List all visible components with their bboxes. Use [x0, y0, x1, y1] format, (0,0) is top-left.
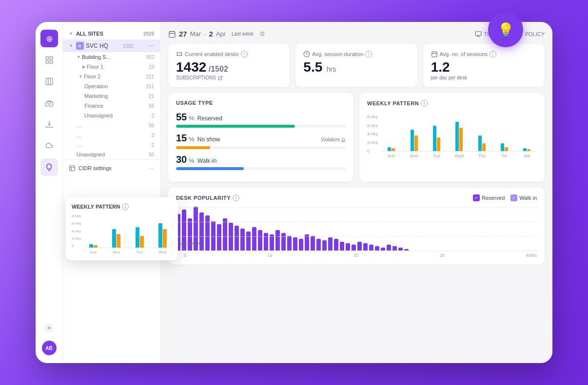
- bar-6: [205, 215, 210, 250]
- period-badge: Last week: [229, 30, 256, 38]
- popup-y-labels: 8 Hrs 6 Hrs 4 Hrs 2 Hrs 0: [72, 214, 81, 248]
- cidr-settings[interactable]: CIDR settings →: [63, 159, 160, 176]
- operation-label: Operation: [84, 83, 108, 89]
- x-label-tue: Tue: [427, 154, 446, 158]
- desk-pop-legend: ✓ Reserved ✓ Walk in: [473, 194, 537, 201]
- weekly-x-labels: Sun Mon Tue Wed Thu Fri Sat: [382, 154, 537, 158]
- usage-reserved-row: 55 % Reserved: [176, 112, 346, 128]
- lightbulb-badge[interactable]: 💡: [488, 12, 523, 47]
- reserved-pct: 55: [176, 112, 187, 123]
- popup-sun: [84, 214, 103, 248]
- nav-panel: ▼ ALL SITES 2029 ▼ ⊞ SVC HQ 1502 ⋯ ▼ Bui…: [63, 22, 160, 363]
- svg-rect-1: [50, 57, 52, 59]
- reserved-checkbox[interactable]: ✓: [473, 194, 480, 201]
- sidebar-logo[interactable]: ◎: [40, 30, 58, 47]
- weekly-pattern-panel: WEEKLY PATTERN i 8 Hrs 6 Hrs 4 Hrs 2 Hrs…: [359, 93, 545, 182]
- lightbulb-icon: 💡: [497, 22, 514, 38]
- svc-hq-menu[interactable]: ⋯: [148, 42, 154, 49]
- main-card: ◎ AB: [36, 22, 552, 363]
- sidebar-icon-lightbulb[interactable]: [40, 158, 58, 176]
- nav-floor1[interactable]: ▶ Floor 1 23: [63, 62, 160, 72]
- bar-15: [258, 230, 262, 250]
- stat-card-desks: Current enabled desks i 1432 /1502 SUBSC…: [168, 44, 290, 87]
- main-content: 27 Mar - 2 Apr Last week ⚙ TUTORIAL POL: [160, 22, 552, 363]
- bar-11: [235, 226, 239, 250]
- sidebar-icon-cloud[interactable]: [40, 137, 58, 154]
- svg-point-8: [48, 327, 50, 329]
- desk-pop-info-icon: i: [233, 194, 239, 201]
- floor1-label: Floor 1: [87, 64, 103, 70]
- usage-type-title: USAGE TYPE: [176, 100, 346, 106]
- finance-count: 56: [149, 103, 154, 109]
- x-label-30: 30: [440, 253, 445, 258]
- weekly-chart: Sun Mon Tue Wed Thu Fri Sat: [382, 113, 537, 158]
- x-label-sat: Sat: [517, 154, 537, 158]
- weekly-bars: [382, 113, 537, 152]
- nav-marketing[interactable]: Marketing 21: [63, 91, 160, 101]
- sidebar-settings-icon[interactable]: [40, 319, 58, 337]
- date-start-month: Mar: [190, 30, 201, 38]
- nav-building-s[interactable]: ▼ Building S... 302: [63, 52, 160, 62]
- marketing-count: 21: [149, 94, 154, 99]
- sidebar-icon-download[interactable]: [40, 116, 58, 133]
- bar-22: [299, 239, 303, 250]
- bar-8: [217, 224, 221, 250]
- bar-28: [334, 239, 338, 250]
- legend-walkin: ✓ Walk in: [510, 194, 537, 201]
- nav-operation[interactable]: Operation 151: [63, 81, 160, 91]
- building-s-count: 302: [146, 55, 154, 60]
- svg-rect-0: [46, 57, 48, 59]
- x-label-thu: Thu: [472, 154, 491, 158]
- stat-card-sessions: Avg. no. of sessions i 1.2 per day per d…: [423, 44, 545, 87]
- reserved-bar-bg: [176, 125, 346, 128]
- weekly-col-sat: [517, 113, 537, 151]
- bar-14: [252, 227, 256, 250]
- noshow-bar-fill: [176, 146, 210, 149]
- weekly-chart-container: 8 Hrs 6 Hrs 4 Hrs 2 Hrs 0: [367, 113, 537, 158]
- floor2-count: 221: [146, 74, 154, 79]
- desk-popularity-panel: DESK POPULARITY i ✓ Reserved ✓ Walk in: [168, 188, 545, 265]
- popup-tue: [130, 214, 149, 248]
- sun-walkin-bar: [392, 148, 395, 151]
- user-avatar[interactable]: AB: [42, 341, 57, 355]
- sidebar-icon-camera[interactable]: [40, 94, 58, 112]
- building-icon: ⊞: [76, 42, 84, 50]
- nav-svc-hq[interactable]: ▼ ⊞ SVC HQ 1502 ⋯: [63, 39, 160, 52]
- popup-wed: [153, 214, 172, 248]
- nav-unassigned[interactable]: Unassigned 2: [63, 111, 160, 120]
- desk-pop-bars: 30 20 10 Logi Dock Flex: [176, 207, 537, 251]
- svg-rect-4: [46, 78, 53, 85]
- nav-floor2[interactable]: ▼ Floor 2 221: [63, 72, 160, 81]
- nav-extra-1[interactable]: ... 56: [63, 120, 160, 130]
- noshow-label: No show: [197, 136, 220, 143]
- sidebar: ◎ AB: [36, 22, 63, 363]
- floor1-count: 23: [149, 64, 154, 70]
- bar-18: [275, 230, 280, 250]
- reserved-label: Reserved: [197, 115, 222, 122]
- bar-19: [281, 233, 286, 250]
- sidebar-icon-layers[interactable]: [40, 51, 58, 69]
- thu-walkin-bar: [482, 143, 486, 151]
- legend-reserved: ✓ Reserved: [473, 194, 505, 201]
- grid-30: [176, 207, 537, 208]
- finance-label: Finance: [84, 103, 103, 109]
- violators-link[interactable]: Violators: [321, 137, 346, 142]
- all-sites-count: 2029: [143, 31, 154, 37]
- sidebar-icon-building[interactable]: [40, 73, 58, 90]
- weekly-col-mon: [404, 113, 424, 151]
- nav-extra-2[interactable]: ... 3: [63, 130, 160, 140]
- settings-gear-icon[interactable]: ⚙: [259, 30, 265, 38]
- walkin-checkbox[interactable]: ✓: [510, 194, 517, 201]
- app-wrapper: 💡 ◎: [36, 22, 552, 363]
- subscriptions-link[interactable]: SUBSCRIPTIONS: [176, 75, 282, 80]
- y-axis-labels: 8 Hrs 6 Hrs 4 Hrs 2 Hrs 0: [367, 115, 378, 154]
- nav-finance[interactable]: Finance 56: [63, 101, 160, 111]
- nav-unassigned-2[interactable]: Unassigned 50: [63, 150, 160, 159]
- date-end-day: 2: [209, 30, 213, 38]
- bar-3: [188, 218, 192, 250]
- floor2-label: Floor 2: [84, 74, 100, 79]
- fri-reserved-bar: [501, 143, 504, 151]
- stat-label-sessions: Avg. no. of sessions i: [431, 51, 537, 58]
- nav-extra-3[interactable]: ... 2: [63, 140, 160, 150]
- x-label-20: 20: [353, 253, 358, 258]
